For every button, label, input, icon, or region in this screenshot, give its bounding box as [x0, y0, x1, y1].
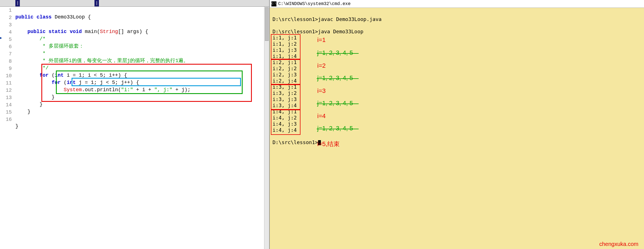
- line-number: 12: [0, 87, 12, 94]
- editor-scrollbar[interactable]: [264, 7, 269, 249]
- terminal-line: D:\src\lesson1>javac Demo33Loop.java: [273, 16, 641, 22]
- annotation-j2: j=1, 2, 3, 4, 5: [317, 75, 353, 81]
- code-line[interactable]: public class Demo33Loop {: [15, 13, 269, 21]
- editor-ruler: | ----+----1----+----2----+----3----+---…: [0, 0, 269, 7]
- code-line[interactable]: }: [15, 108, 269, 115]
- annotation-end: i=5,结束: [317, 141, 340, 147]
- terminal-line: [273, 133, 641, 139]
- terminal-line: i:1, j:2: [273, 41, 641, 47]
- line-number: 15: [0, 109, 12, 116]
- watermark-text: chengxuka.com: [599, 241, 638, 247]
- output-group-1: [271, 34, 300, 59]
- line-number: 7: [0, 50, 12, 58]
- annotation-i2: i=2: [317, 63, 326, 69]
- line-number: 11: [0, 79, 12, 87]
- annotation-j3: j=1, 2, 3, 4, 5: [317, 100, 353, 107]
- terminal-line: i:1, j:1: [273, 35, 641, 41]
- annotation-i3: i=3: [317, 88, 326, 94]
- code-line[interactable]: [15, 115, 269, 123]
- line-number-gutter: 12345678910111213141516: [0, 7, 13, 123]
- line-number: 1: [0, 7, 12, 14]
- line-number: 2: [0, 14, 12, 21]
- output-group-3: [271, 84, 300, 110]
- annotation-i1: i=1: [317, 37, 326, 43]
- code-line[interactable]: [15, 21, 269, 28]
- terminal-titlebar: C:\ C:\WINDOWS\system32\cmd.exe: [270, 0, 644, 8]
- code-editor-pane: | ----+----1----+----2----+----3----+---…: [0, 0, 270, 249]
- line-number: 9: [0, 65, 12, 72]
- output-group-4: [271, 110, 300, 135]
- cmd-icon: C:\: [271, 1, 276, 6]
- line-number: 8: [0, 58, 12, 65]
- terminal-pane: C:\ C:\WINDOWS\system32\cmd.exe D:\src\l…: [270, 0, 644, 249]
- terminal-line: i:2, j:2: [273, 65, 641, 72]
- statement-highlight-box: [72, 78, 241, 86]
- code-line[interactable]: /*: [15, 35, 269, 43]
- terminal-body[interactable]: D:\src\lesson1>javac Demo33Loop.java D:\…: [270, 8, 644, 148]
- terminal-line: [273, 22, 641, 29]
- code-line[interactable]: }: [15, 123, 269, 130]
- code-line[interactable]: *: [15, 50, 269, 57]
- terminal-line: i:4, j:1: [273, 109, 641, 115]
- annotation-j1: j=1, 2, 3, 4, 5: [317, 50, 353, 56]
- line-number: 16: [0, 116, 12, 123]
- line-number: 10: [0, 72, 12, 79]
- line-number: 3: [0, 21, 12, 29]
- line-number: 13: [0, 94, 12, 101]
- line-number: 4: [0, 29, 12, 36]
- terminal-line: i:3, j:2: [273, 90, 641, 96]
- terminal-line: i:2, j:1: [273, 59, 641, 65]
- terminal-line: D:\src\lesson1>java Demo33Loop: [273, 29, 641, 35]
- line-number: 14: [0, 101, 12, 109]
- code-line[interactable]: * 多层循环嵌套：: [15, 43, 269, 50]
- annotation-i4: i=4: [317, 113, 326, 119]
- line-number: 5: [0, 36, 12, 43]
- annotation-j4: j=1, 2, 3, 4, 5: [317, 125, 353, 132]
- code-line[interactable]: public static void main(String[] args) {: [15, 28, 269, 35]
- terminal-line: i:4, j:2: [273, 115, 641, 121]
- line-number: 6: [0, 43, 12, 50]
- terminal-line: i:3, j:1: [273, 84, 641, 90]
- terminal-title-text: C:\WINDOWS\system32\cmd.exe: [278, 1, 351, 6]
- terminal-line: [273, 10, 641, 16]
- code-line[interactable]: * 外层循环i的值，每变化一次，里层j的循环，完整的执行1遍。: [15, 57, 269, 64]
- output-group-2: [271, 59, 300, 84]
